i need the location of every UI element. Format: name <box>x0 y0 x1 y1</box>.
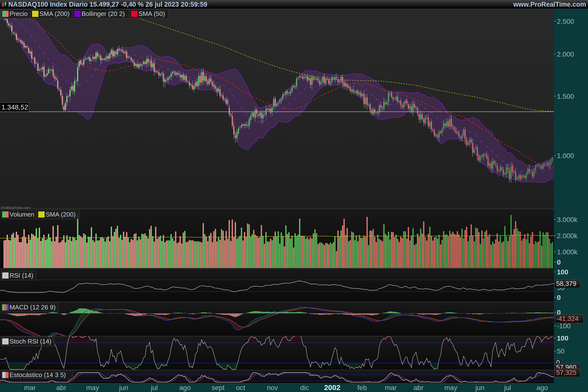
svg-text:Estocástico (14 3 5): Estocástico (14 3 5) <box>10 371 66 378</box>
svg-text:SMA (200): SMA (200) <box>46 211 76 218</box>
svg-text:2.000: 2.000 <box>557 50 574 58</box>
svg-text:1.000: 1.000 <box>557 152 574 160</box>
svg-text:-100: -100 <box>557 322 570 330</box>
svg-text:Stoch RSI (14): Stoch RSI (14) <box>10 338 52 345</box>
svg-text:2002: 2002 <box>324 384 340 392</box>
svg-text:Precio: Precio <box>10 10 28 18</box>
svg-text:abr: abr <box>414 384 423 392</box>
svg-text:SMA (200): SMA (200) <box>40 10 70 18</box>
svg-text:1.000k: 1.000k <box>557 248 578 256</box>
svg-text:0: 0 <box>557 258 561 266</box>
svg-text:jul: jul <box>504 384 511 392</box>
svg-text:0: 0 <box>557 294 561 301</box>
svg-text:100: 100 <box>557 334 568 342</box>
svg-text:1.500: 1.500 <box>557 92 574 100</box>
svg-text:jul: jul <box>151 384 158 392</box>
svg-text:RSI (14): RSI (14) <box>10 272 33 279</box>
svg-text:100: 100 <box>557 268 568 276</box>
svg-text:mar: mar <box>24 384 36 392</box>
svg-text:MACD (12 26 9): MACD (12 26 9) <box>10 304 56 311</box>
svg-text:feb: feb <box>358 384 367 392</box>
svg-text:2.000k: 2.000k <box>557 232 578 240</box>
svg-text:1.348,52: 1.348,52 <box>2 104 28 111</box>
svg-text:2.500: 2.500 <box>557 18 574 25</box>
svg-text:dic: dic <box>300 384 309 392</box>
svg-text:ago: ago <box>536 384 548 392</box>
svg-text:ProRealTime.com: ProRealTime.com <box>1 206 30 210</box>
svg-text:NASDAQ100 Index Diario 15.499,: NASDAQ100 Index Diario 15.499,27 -0,40 %… <box>8 1 207 8</box>
svg-text:may: may <box>86 384 99 392</box>
svg-text:www.ProRealTime.com: www.ProRealTime.com <box>513 1 586 8</box>
svg-text:50: 50 <box>557 348 564 355</box>
svg-text:nov: nov <box>267 384 278 392</box>
svg-text:jun: jun <box>475 384 484 392</box>
svg-text:-41,324: -41,324 <box>556 315 579 322</box>
svg-text:57,325: 57,325 <box>556 369 576 376</box>
svg-text:oct: oct <box>236 384 245 392</box>
svg-text:ago: ago <box>179 384 191 392</box>
svg-text:Volumen: Volumen <box>10 211 34 218</box>
svg-text:Bollinger (20 2): Bollinger (20 2) <box>82 10 125 18</box>
svg-text:3.000k: 3.000k <box>557 216 578 224</box>
svg-text:58,379: 58,379 <box>556 280 576 288</box>
svg-text:SMA (50): SMA (50) <box>138 10 165 18</box>
svg-text:abr: abr <box>56 384 66 392</box>
svg-text:sept: sept <box>212 384 225 392</box>
svg-text:may: may <box>444 384 458 392</box>
svg-text:mar: mar <box>385 384 397 392</box>
svg-text:jun: jun <box>119 384 128 392</box>
